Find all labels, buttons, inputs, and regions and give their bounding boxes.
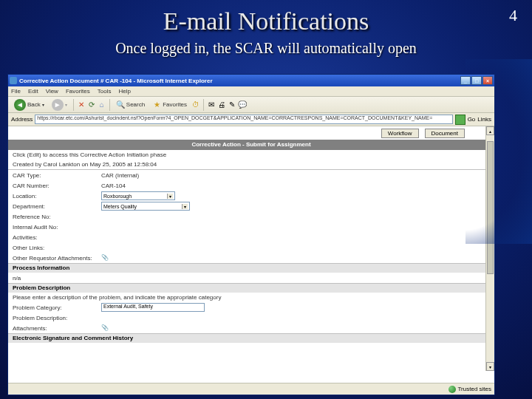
process-section-header: Process Information xyxy=(8,263,494,273)
other-links-label: Other Links: xyxy=(13,245,101,251)
go-button[interactable] xyxy=(455,115,466,125)
created-text: Created by Carol Lankton on May 25, 2005… xyxy=(8,160,494,170)
window-titlebar: Corrective Action Document # CAR -104 - … xyxy=(8,75,494,86)
slide-title: E-mail Notifications xyxy=(0,0,532,35)
toolbar-separator xyxy=(203,99,204,111)
signature-section-header: Electronic Signature and Comment History xyxy=(8,333,494,343)
location-label: Location: xyxy=(13,193,101,200)
problem-section-header: Problem Description xyxy=(8,283,494,293)
action-row: Workflow Document xyxy=(8,126,494,140)
activities-label: Activities: xyxy=(13,234,101,241)
paperclip-icon[interactable]: 📎 xyxy=(101,324,109,332)
location-value: Roxborough xyxy=(103,194,132,199)
prob-attachments-label: Attachments: xyxy=(13,325,101,332)
vertical-scrollbar[interactable]: ▴ ▾ xyxy=(485,126,494,371)
menu-file[interactable]: File xyxy=(11,88,21,95)
department-label: Department: xyxy=(13,203,101,210)
car-type-label: CAR Type: xyxy=(13,172,101,179)
history-icon[interactable]: ⏱ xyxy=(191,100,200,109)
attachments-label: Other Requestor Attachments: xyxy=(13,255,101,262)
discuss-icon[interactable]: 💬 xyxy=(238,100,247,109)
problem-instruction: Please enter a description of the proble… xyxy=(8,293,494,302)
security-zone: Trusted sites xyxy=(458,386,492,392)
page-number: 4 xyxy=(509,6,517,25)
category-label: Problem Category: xyxy=(13,304,101,311)
mail-icon[interactable]: ✉ xyxy=(207,100,216,109)
scroll-down-button[interactable]: ▾ xyxy=(486,362,494,371)
scroll-thumb[interactable] xyxy=(487,141,494,274)
paperclip-icon[interactable]: 📎 xyxy=(101,254,109,262)
menu-favorites[interactable]: Favorites xyxy=(66,88,90,95)
workflow-button[interactable]: Workflow xyxy=(381,129,419,138)
slide-subtitle: Once logged in, the SCAR will automatica… xyxy=(0,40,532,57)
address-input[interactable]: https://rbcar.etc.com/Ashurist_docindent… xyxy=(35,115,452,124)
document-button[interactable]: Document xyxy=(425,129,465,138)
form-banner: Corrective Action - Submit for Assignmen… xyxy=(8,140,494,150)
trusted-zone-icon xyxy=(449,386,456,393)
chevron-down-icon: ▾ xyxy=(65,102,67,107)
menu-edit[interactable]: Edit xyxy=(28,88,38,95)
menu-help[interactable]: Help xyxy=(118,88,130,95)
back-arrow-icon: ◄ xyxy=(14,99,26,111)
favorites-button[interactable]: ★ Favorites xyxy=(149,99,190,111)
department-value: Meters Quality xyxy=(103,204,137,209)
department-select[interactable]: Meters Quality ▾ xyxy=(101,202,190,211)
chevron-down-icon: ▾ xyxy=(42,102,44,107)
menu-view[interactable]: View xyxy=(46,88,58,95)
star-icon: ★ xyxy=(152,100,161,109)
links-label[interactable]: Links xyxy=(477,116,491,123)
back-button[interactable]: ◄ Back ▾ xyxy=(11,98,47,112)
form-grid: CAR Type: CAR (Internal) CAR Number: CAR… xyxy=(8,170,494,263)
car-number-label: CAR Number: xyxy=(13,183,101,189)
search-icon: 🔍 xyxy=(116,100,125,109)
search-button[interactable]: 🔍 Search xyxy=(113,99,148,111)
edit-icon[interactable]: ✎ xyxy=(228,100,236,109)
toolbar: ◄ Back ▾ ► ▾ ✕ ⟳ ⌂ 🔍 Search ★ Favorites … xyxy=(8,97,494,113)
scroll-up-button[interactable]: ▴ xyxy=(486,126,494,135)
category-input[interactable]: External Audit, Safety xyxy=(101,303,205,312)
chevron-down-icon: ▾ xyxy=(182,204,188,209)
search-label: Search xyxy=(126,101,145,108)
toolbar-separator xyxy=(73,99,74,111)
maximize-button[interactable]: □ xyxy=(471,76,482,85)
address-bar: Address https://rbcar.etc.com/Ashurist_d… xyxy=(8,113,494,126)
favorites-label: Favorites xyxy=(163,101,187,108)
instruction-text: Click (Edit) to access this Corrective A… xyxy=(8,150,494,160)
ie-icon xyxy=(10,77,17,84)
internal-audit-label: Internal Audit No: xyxy=(13,224,101,231)
window-title: Corrective Action Document # CAR -104 - … xyxy=(19,78,460,84)
car-number-value: CAR-104 xyxy=(101,183,126,189)
back-label: Back xyxy=(27,101,41,108)
chevron-down-icon: ▾ xyxy=(167,194,173,199)
minimize-button[interactable]: _ xyxy=(460,76,471,85)
location-select[interactable]: Roxborough ▾ xyxy=(101,191,175,200)
home-icon[interactable]: ⌂ xyxy=(98,100,106,109)
car-type-value: CAR (Internal) xyxy=(101,172,139,179)
stop-icon[interactable]: ✕ xyxy=(77,100,86,109)
reference-label: Reference No: xyxy=(13,214,101,220)
status-bar: Trusted sites xyxy=(8,383,494,395)
description-label: Problem Description: xyxy=(13,315,101,321)
print-icon[interactable]: 🖨 xyxy=(217,100,226,109)
menu-bar: File Edit View Favorites Tools Help xyxy=(8,86,494,97)
go-label: Go xyxy=(468,116,476,123)
content-area: Workflow Document Corrective Action - Su… xyxy=(8,126,494,383)
browser-window: Corrective Action Document # CAR -104 - … xyxy=(7,74,495,395)
forward-arrow-icon: ► xyxy=(52,99,64,111)
menu-tools[interactable]: Tools xyxy=(98,88,112,95)
address-label: Address xyxy=(11,116,33,123)
refresh-icon[interactable]: ⟳ xyxy=(87,100,96,109)
forward-button[interactable]: ► ▾ xyxy=(49,98,70,112)
process-na: n/a xyxy=(13,275,21,282)
close-button[interactable]: × xyxy=(482,76,493,85)
toolbar-separator xyxy=(109,99,110,111)
